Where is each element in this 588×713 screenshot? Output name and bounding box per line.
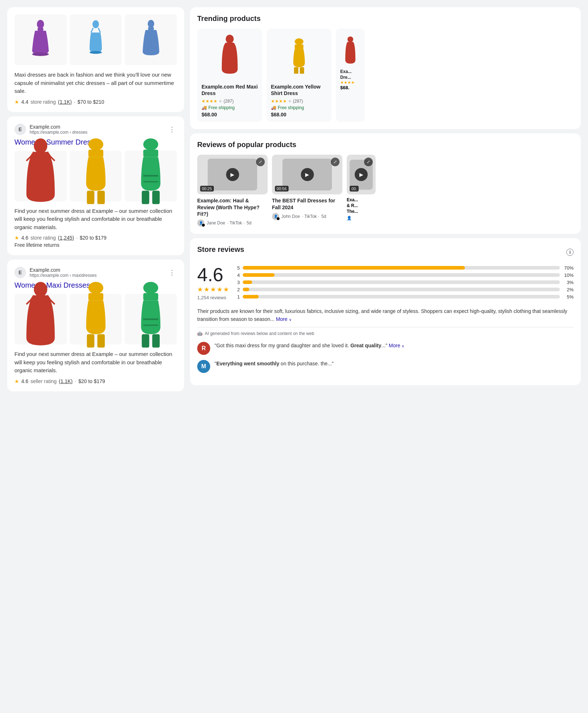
card3-rating-count[interactable]: (1.1K)	[59, 378, 73, 384]
video-thumb-2[interactable]: ▶ 00:56 ⤢	[272, 155, 342, 194]
bar-label-2: 2	[236, 287, 240, 292]
reviewer-avatar-2: M	[197, 360, 210, 373]
dress-yellow-image-3	[70, 294, 122, 344]
svg-rect-24	[97, 334, 105, 347]
card3-rating: 4.6	[21, 378, 28, 384]
svg-point-3	[92, 20, 99, 28]
author-name-2: John Doe	[281, 214, 300, 219]
svg-rect-27	[142, 334, 150, 347]
product-card-3-partial[interactable]: Exa...Dre... ★★★★ $68.	[336, 29, 365, 122]
ai-summary: Their products are known for their soft,…	[197, 307, 574, 327]
bar-track-3	[243, 280, 560, 284]
card3-description: Find your next summer dress at Example –…	[14, 350, 177, 375]
video-author-2: 👤 John Doe · TikTok · 5d	[272, 213, 342, 220]
bar-pct-2: 2%	[563, 287, 574, 292]
info-icon[interactable]: ℹ	[566, 249, 574, 256]
bar-row-2: 2 2%	[236, 287, 574, 292]
ai-more-link[interactable]: More ∨	[276, 316, 291, 322]
play-button-3[interactable]: ▶	[355, 168, 368, 181]
star-icon-2: ★	[14, 235, 19, 241]
store-name-3: Example.com	[30, 267, 163, 273]
store-header-3: E Example.com https://example.com › maxi…	[14, 267, 177, 278]
bar-label-4: 4	[236, 272, 240, 278]
star-row: ★ ★ ★ ★ ★	[197, 285, 229, 293]
video-thumb-1[interactable]: ▶ 00:25 ⤢	[197, 155, 268, 194]
dot2: ·	[74, 99, 75, 105]
svg-point-7	[148, 20, 154, 28]
bar-fill-3	[243, 280, 252, 284]
product-img-yellow	[271, 33, 327, 80]
svg-rect-35	[300, 67, 304, 74]
bar-fill-1	[243, 295, 259, 298]
store-avatar-3: E	[14, 267, 26, 278]
dress-red-image	[14, 151, 67, 201]
svg-rect-33	[295, 44, 303, 49]
store-reviews-section: Store reviews ℹ 4.6 ★ ★ ★ ★ ★ 1,254 revi…	[190, 238, 581, 385]
review-more-1[interactable]: More ∨	[389, 343, 404, 348]
bar-track-4	[243, 273, 560, 277]
card2-rating-count[interactable]: (1,245)	[58, 235, 74, 241]
product-card-2-title: Example.com Yellow Shirt Dress	[271, 83, 327, 96]
more-options-button-2[interactable]: ⋮	[167, 124, 177, 134]
card1-rating-count[interactable]: (1.1K)	[58, 99, 72, 105]
card-maxi-dresses-3: E Example.com https://example.com › maxi…	[7, 259, 184, 391]
svg-rect-15	[143, 150, 158, 157]
platform-2: · TikTok ·	[302, 214, 319, 219]
video-thumb-3[interactable]: ▶ 00: ⤢	[347, 155, 376, 194]
review-text-2: "Everything went smoothly on this purcha…	[215, 360, 334, 373]
author-name-1: Jane Doe	[207, 220, 225, 226]
more-options-button-3[interactable]: ⋮	[167, 267, 177, 278]
svg-point-25	[143, 282, 158, 294]
video-author-1: 👤 Jane Doe · TikTok · 5d	[197, 219, 268, 227]
video-card-2[interactable]: ▶ 00:56 ⤢ The BEST Fall Dresses for Fall…	[272, 155, 342, 227]
review-text-1: "Got this maxi dress for my grand daught…	[215, 342, 404, 355]
svg-point-31	[226, 35, 234, 43]
product-card-2[interactable]: Example.com Yellow Shirt Dress ★★★★★ (28…	[267, 29, 332, 122]
expand-icon-2[interactable]: ⤢	[331, 158, 340, 166]
play-button-2[interactable]: ▶	[301, 168, 314, 181]
reviews-section-title: Reviews of popular products	[197, 141, 574, 149]
card3-price-range: $20 to $179	[78, 378, 105, 384]
bar-row-5: 5 70%	[236, 265, 574, 271]
svg-rect-11	[88, 150, 103, 157]
svg-rect-13	[97, 191, 105, 204]
svg-point-32	[295, 38, 303, 45]
reviews-count: 1,254 reviews	[197, 295, 229, 300]
video-thumb-inner-1: ▶	[208, 159, 257, 190]
card2-rating-row: ★ 4.6 store rating (1,245) · $20 to $179	[14, 235, 177, 241]
store-header-2: E Example.com https://example.com › dres…	[14, 124, 177, 135]
card3-rating-row: ★ 4.6 seller rating (1.1K) · $20 to $179	[14, 378, 177, 384]
video-duration-3: 00:	[350, 186, 359, 192]
svg-line-4	[91, 28, 93, 33]
star-icon-3: ★	[14, 378, 19, 384]
video-card-3-partial[interactable]: ▶ 00: ⤢ Exa...& R...The... 👤	[347, 155, 376, 227]
dress-images-row-2	[14, 151, 177, 201]
svg-rect-26	[143, 293, 158, 301]
video-row: ▶ 00:25 ⤢ Example.com: Haul & Review (Wo…	[197, 155, 574, 227]
product-card-2-price: $68.00	[271, 112, 327, 117]
free-returns: Free lifetime returns	[14, 242, 177, 248]
svg-rect-34	[294, 67, 298, 74]
svg-rect-23	[87, 334, 94, 347]
trending-products-row: Example.com Red Maxi Dress ★★★★★ (287) 🚚…	[197, 29, 574, 122]
video-duration-1: 00:25	[200, 186, 214, 192]
left-column: Maxi dresses are back in fashion and we …	[7, 7, 184, 706]
trending-title: Trending products	[197, 14, 574, 23]
big-rating: 4.6	[197, 265, 229, 284]
card1-rating-row: ★ 4.4 store rating (1.1K) · $70 to $210	[14, 99, 177, 105]
product-card-1[interactable]: Example.com Red Maxi Dress ★★★★★ (287) 🚚…	[197, 29, 262, 122]
rating-left: 4.6 ★ ★ ★ ★ ★ 1,254 reviews	[197, 265, 229, 301]
dress-images-row-3	[14, 294, 177, 344]
video-card-1[interactable]: ▶ 00:25 ⤢ Example.com: Haul & Review (Wo…	[197, 155, 268, 227]
bar-pct-4: 10%	[563, 272, 574, 278]
svg-point-20	[34, 282, 47, 297]
store-info-2: Example.com https://example.com › dresse…	[30, 124, 163, 135]
bar-row-1: 1 5%	[236, 294, 574, 300]
expand-icon-1[interactable]: ⤢	[256, 158, 265, 166]
play-button-1[interactable]: ▶	[226, 168, 239, 181]
ai-icon: 🤖	[197, 331, 203, 336]
rating-bars: 5 70% 4 10% 3 3% 2	[236, 265, 574, 301]
review-item-2: M "Everything went smoothly on this purc…	[197, 360, 574, 373]
dot6: ·	[75, 378, 76, 384]
star-half: ★	[223, 285, 229, 293]
